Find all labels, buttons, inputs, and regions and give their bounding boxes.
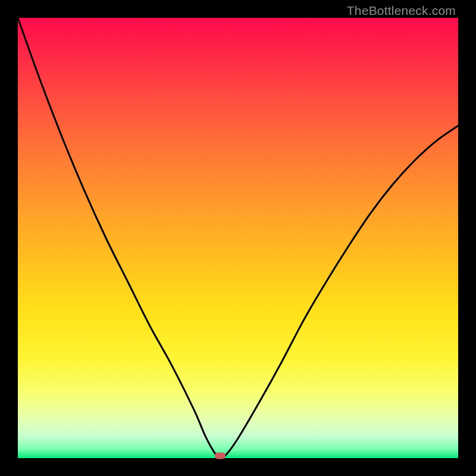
bottleneck-curve — [18, 18, 458, 458]
watermark-text: TheBottleneck.com — [347, 4, 456, 18]
optimal-point-marker — [215, 453, 226, 459]
plot-area — [18, 18, 458, 458]
chart-frame: TheBottleneck.com — [0, 0, 476, 476]
